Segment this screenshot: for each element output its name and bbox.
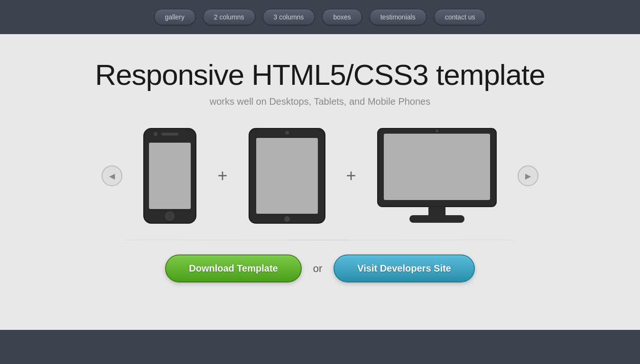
monitor-device xyxy=(375,126,499,226)
prev-arrow[interactable]: ◀ xyxy=(102,165,122,186)
divider xyxy=(48,240,592,240)
devices-container: ◀ + xyxy=(0,126,640,226)
plus-2: + xyxy=(346,166,356,186)
tablet-icon xyxy=(247,126,327,226)
plus-1: + xyxy=(217,166,227,186)
tablet-device xyxy=(247,126,327,226)
footer xyxy=(0,330,640,364)
svg-rect-14 xyxy=(409,215,464,223)
svg-rect-11 xyxy=(384,134,490,200)
svg-point-9 xyxy=(284,216,290,222)
next-arrow[interactable]: ▶ xyxy=(518,165,538,186)
nav-contact[interactable]: contact us xyxy=(434,9,486,25)
svg-point-12 xyxy=(436,129,438,132)
buttons-row: Download Template or Visit Developers Si… xyxy=(165,255,474,282)
nav-3columns[interactable]: 3 columns xyxy=(263,9,315,25)
svg-point-3 xyxy=(154,132,158,136)
nav-gallery[interactable]: gallery xyxy=(154,9,195,25)
svg-rect-13 xyxy=(428,207,445,216)
svg-rect-1 xyxy=(149,143,191,209)
nav-2columns[interactable]: 2 columns xyxy=(203,9,255,25)
svg-point-8 xyxy=(285,131,289,135)
svg-rect-2 xyxy=(161,133,178,136)
visit-site-button[interactable]: Visit Developers Site xyxy=(334,255,475,282)
svg-point-5 xyxy=(167,213,173,219)
download-template-button[interactable]: Download Template xyxy=(165,255,301,282)
page-title: Responsive HTML5/CSS3 template xyxy=(95,58,545,91)
svg-rect-7 xyxy=(256,138,318,214)
nav-testimonials[interactable]: testimonials xyxy=(370,9,427,25)
or-label: or xyxy=(313,263,323,275)
phone-device xyxy=(141,126,198,226)
phone-icon xyxy=(141,126,198,226)
navbar: gallery 2 columns 3 columns boxes testim… xyxy=(0,0,640,34)
main-content: Responsive HTML5/CSS3 template works wel… xyxy=(0,34,640,330)
nav-boxes[interactable]: boxes xyxy=(322,9,362,25)
devices-group: + + xyxy=(141,126,498,226)
page-subtitle: works well on Desktops, Tablets, and Mob… xyxy=(210,96,430,107)
monitor-icon xyxy=(375,126,499,226)
